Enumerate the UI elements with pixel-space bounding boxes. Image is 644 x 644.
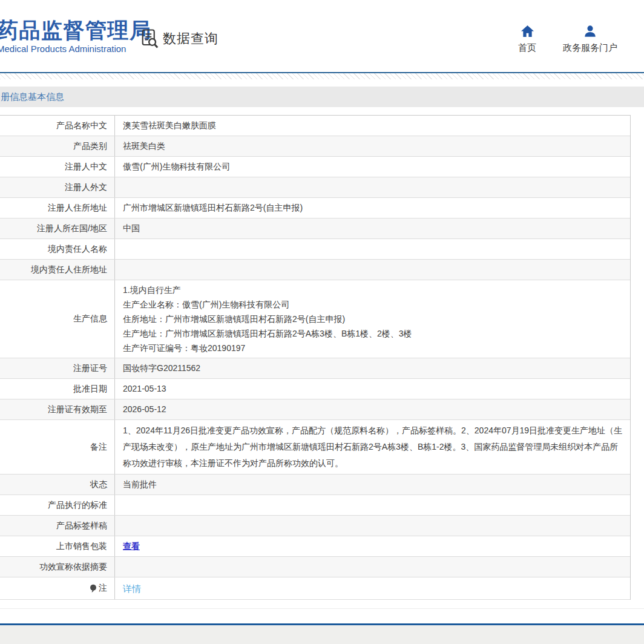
row-value: 广州市增城区新塘镇瑶田村石新路2号(自主申报) [115, 198, 630, 218]
row-value: 中国 [115, 218, 630, 238]
row-label: 功效宣称依据摘要 [0, 557, 115, 577]
nav-item-portal-label: 政务服务门户 [563, 42, 617, 54]
row-value [115, 516, 630, 536]
row-label: 注册人中文 [0, 157, 115, 177]
row-label: 境内责任人名称 [0, 239, 115, 259]
row-value: 当前批件 [115, 475, 630, 494]
section-bar: 册信息基本信息 [0, 87, 644, 107]
row-label: 产品名称中文 [0, 116, 115, 136]
logo: 药品监督管理局 Medical Products Administration [0, 18, 152, 54]
row-value: 傲雪(广州)生物科技有限公司 [115, 157, 630, 177]
table-row-packaging: 上市销售包装 查看 [0, 536, 630, 557]
row-label: 批准日期 [0, 379, 115, 399]
row-value: 1、2024年11月26日批准变更产品功效宣称，产品配方（规范原料名称），产品标… [115, 420, 630, 474]
document-search-icon [141, 28, 159, 49]
table-row: 境内责任人住所地址 [0, 260, 630, 280]
table-row: 产品名称中文 澳芙雪祛斑美白嫩肤面膜 [0, 116, 630, 136]
row-value [115, 260, 630, 280]
data-query-nav[interactable]: 数据查询 [141, 28, 218, 49]
production-line: 生产企业名称：傲雪(广州)生物科技有限公司 [123, 297, 289, 312]
row-value [115, 495, 630, 515]
table-row-note: 注 详情 [0, 577, 630, 600]
remark-text: 1、2024年11月26日批准变更产品功效宣称，产品配方（规范原料名称），产品标… [123, 422, 623, 472]
balloon-icon [90, 584, 97, 593]
row-label: 注 [0, 577, 115, 599]
row-value: 查看 [115, 536, 630, 556]
data-query-label: 数据查询 [163, 30, 218, 48]
row-label: 生产信息 [0, 280, 115, 358]
nav-item-portal[interactable]: 政务服务门户 [563, 25, 617, 54]
footer-band [0, 625, 644, 644]
row-value: 详情 [115, 577, 630, 599]
table-row: 产品标签样稿 [0, 516, 630, 536]
table-row: 注册证号 国妆特字G20211562 [0, 358, 630, 379]
table-row: 状态 当前批件 [0, 475, 630, 495]
row-label: 状态 [0, 475, 115, 494]
row-value [115, 557, 630, 577]
view-packaging-link[interactable]: 查看 [123, 540, 140, 553]
table-row: 注册人中文 傲雪(广州)生物科技有限公司 [0, 157, 630, 177]
row-label: 上市销售包装 [0, 536, 115, 556]
row-value: 1.境内自行生产 生产企业名称：傲雪(广州)生物科技有限公司 住所地址：广州市增… [115, 280, 630, 358]
row-label: 产品执行的标准 [0, 495, 115, 515]
row-value [115, 239, 630, 259]
nav-item-home[interactable]: 首页 [518, 25, 536, 54]
row-label: 产品标签样稿 [0, 516, 115, 536]
row-label: 境内责任人住所地址 [0, 260, 115, 280]
logo-title-cn: 药品监督管理局 [0, 18, 152, 42]
table-row: 注册人所在国/地区 中国 [0, 218, 630, 239]
row-value: 2026-05-12 [115, 399, 630, 419]
row-value: 祛斑美白类 [115, 136, 630, 156]
row-label: 注册证有效期至 [0, 399, 115, 419]
production-line: 生产地址：广州市增城区新塘镇瑶田村石新路2号A栋3楼、B栋1楼、2楼、3楼 [123, 326, 412, 341]
note-detail-link[interactable]: 详情 [123, 582, 141, 595]
row-label: 备注 [0, 420, 115, 474]
user-icon [583, 25, 597, 38]
content-bottom-divider [0, 608, 644, 609]
header-hatch-band [0, 73, 644, 79]
table-row: 功效宣称依据摘要 [0, 557, 630, 577]
table-row: 注册证有效期至 2026-05-12 [0, 399, 630, 420]
row-value [115, 177, 630, 197]
nav-item-home-label: 首页 [518, 42, 536, 54]
row-value: 2021-05-13 [115, 379, 630, 399]
row-label: 产品类别 [0, 136, 115, 156]
production-line: 生产许可证编号：粤妆20190197 [123, 341, 245, 355]
logo-subtitle-en: Medical Products Administration [0, 44, 152, 54]
page: 药品监督管理局 Medical Products Administration … [0, 0, 644, 644]
row-label: 注册人所在国/地区 [0, 218, 115, 238]
row-value: 澳芙雪祛斑美白嫩肤面膜 [115, 116, 630, 136]
row-value: 国妆特字G20211562 [115, 358, 630, 378]
table-row: 批准日期 2021-05-13 [0, 379, 630, 399]
footer [0, 623, 644, 644]
table-row-remark: 备注 1、2024年11月26日批准变更产品功效宣称，产品配方（规范原料名称），… [0, 420, 630, 475]
table-row: 产品执行的标准 [0, 495, 630, 516]
table-row: 境内责任人名称 [0, 239, 630, 260]
row-label: 注册人外文 [0, 177, 115, 197]
note-label-text: 注 [99, 583, 107, 594]
row-label: 注册证号 [0, 358, 115, 378]
table-row: 注册人住所地址 广州市增城区新塘镇瑶田村石新路2号(自主申报) [0, 198, 630, 218]
table-row-production-info: 生产信息 1.境内自行生产 生产企业名称：傲雪(广州)生物科技有限公司 住所地址… [0, 280, 630, 358]
registration-info-table: 产品名称中文 澳芙雪祛斑美白嫩肤面膜 产品类别 祛斑美白类 注册人中文 傲雪(广… [0, 115, 631, 600]
top-nav: 首页 政务服务门户 [518, 25, 617, 54]
home-icon [521, 25, 534, 38]
table-row: 注册人外文 [0, 177, 630, 198]
row-label: 注册人住所地址 [0, 198, 115, 218]
production-line: 住所地址：广州市增城区新塘镇瑶田村石新路2号(自主申报) [123, 312, 345, 326]
header: 药品监督管理局 Medical Products Administration … [0, 0, 644, 72]
table-row: 产品类别 祛斑美白类 [0, 136, 630, 157]
page-title: 册信息基本信息 [0, 91, 64, 103]
production-line: 1.境内自行生产 [123, 283, 181, 297]
